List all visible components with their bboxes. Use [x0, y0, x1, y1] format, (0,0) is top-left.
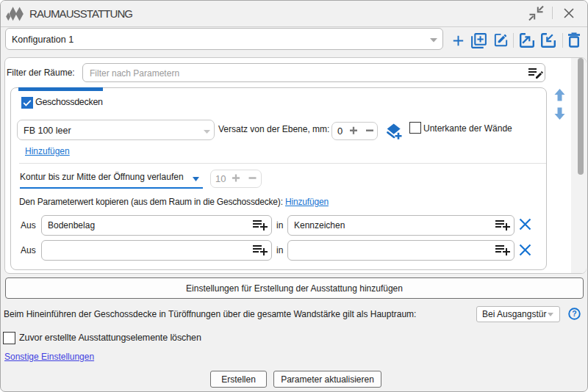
svg-text:?: ?: [572, 309, 576, 318]
